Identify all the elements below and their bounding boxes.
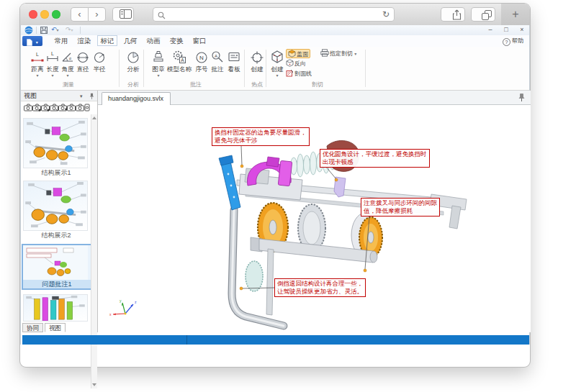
button-label: 反向 xyxy=(294,60,306,67)
length-button[interactable]: L 长度 ▾ xyxy=(45,48,60,78)
sidebar-icon xyxy=(120,9,132,19)
camera-icon-7[interactable] xyxy=(76,104,84,113)
view-thumbnail-3-selected[interactable]: 问题批注1 xyxy=(22,244,92,290)
view-thumbnail-2[interactable]: 结构展示2 xyxy=(23,181,89,240)
view-thumbnail-1[interactable]: 结构展示1 xyxy=(23,118,89,177)
camera-icon-2[interactable] xyxy=(32,104,41,113)
angle-button[interactable]: α 角度 ▾ xyxy=(60,48,76,78)
browser-window: ‹ › ↻ xyxy=(20,4,530,367)
bottom-tab-collaborate[interactable]: 协同 xyxy=(22,323,43,332)
pin-icon[interactable] xyxy=(518,94,525,102)
scroll-down-icon[interactable] xyxy=(92,383,96,386)
callout-4[interactable]: 倒挡退回结构设计再合理一些， 让驾驶员操纵更加省力、灵活。 xyxy=(274,278,366,297)
tab-biaoji[interactable]: 标记 xyxy=(97,35,117,46)
sequence-number-button[interactable]: N 序号 xyxy=(194,48,210,74)
camera-icon-6[interactable] xyxy=(67,104,76,113)
callout-3[interactable]: 注意拨叉与同步环间的间隙 值，降低摩擦损耗 xyxy=(361,198,440,216)
sequence-number-icon: N xyxy=(194,50,209,64)
camera-icon-1[interactable] xyxy=(24,104,32,113)
redo-button[interactable]: ↷▾ xyxy=(66,26,73,33)
refresh-button[interactable]: ↻ xyxy=(382,9,390,19)
cap-face-button[interactable]: 盖面 xyxy=(286,49,310,58)
reverse-icon xyxy=(286,59,294,67)
radius-button[interactable]: 半径 xyxy=(91,48,107,74)
undo-button[interactable]: ↶▾ xyxy=(51,26,59,33)
button-label: 半径 xyxy=(91,65,107,74)
callout-2[interactable]: 优化圆角设计，平缓过渡，避免换挡时 出现卡顿感 xyxy=(320,149,430,168)
address-input[interactable] xyxy=(168,9,379,22)
browser-chrome: ‹ › ↻ xyxy=(20,4,530,26)
undo-icon: ↶ xyxy=(51,26,57,33)
board-icon xyxy=(227,50,241,64)
annotate-button[interactable]: A 批注 xyxy=(210,48,225,74)
hotspot-icon xyxy=(250,50,264,64)
distance-button[interactable]: L 距离 ▾ xyxy=(30,48,45,78)
app-maximize-button[interactable]: □ xyxy=(500,25,512,34)
button-label: 分析 xyxy=(125,65,141,74)
camera-icon-8[interactable] xyxy=(84,104,93,113)
model-canvas[interactable]: 换挡杆固定器的边角要尽量圆滑， 避免与壳体干涉 优化圆角设计，平缓过渡，避免换挡… xyxy=(98,105,531,332)
diameter-button[interactable]: 直径 xyxy=(75,48,91,74)
sidebar-scrollbar[interactable] xyxy=(91,114,97,388)
sidebar-toggle-button[interactable] xyxy=(112,7,134,22)
section-line-icon xyxy=(286,69,294,77)
thumbnail-image xyxy=(23,118,88,168)
reverse-button[interactable]: 反向 xyxy=(286,59,306,68)
file-menu-button[interactable]: ▾ xyxy=(22,36,42,46)
zoom-traffic-light[interactable] xyxy=(52,10,60,19)
stamp-button[interactable]: 图章 ▾ xyxy=(150,48,166,78)
maximize-icon: □ xyxy=(504,26,508,33)
section-line-button[interactable]: 剖面线 xyxy=(286,69,312,78)
svg-text:A: A xyxy=(215,54,217,58)
camera-icon-4[interactable] xyxy=(50,104,58,113)
group-separator xyxy=(266,50,266,87)
board-button[interactable]: 看板 xyxy=(226,48,242,74)
tab-xuanran[interactable]: 渲染 xyxy=(74,35,94,46)
button-label: 批注 xyxy=(210,65,225,74)
caret-down-icon[interactable]: ▾ xyxy=(80,91,83,101)
tab-chuangkou[interactable]: 窗口 xyxy=(189,35,210,46)
callout-line: 优化圆角设计，平缓过渡，避免换挡时 xyxy=(323,150,427,158)
section-create-button[interactable]: 创建 ▾ xyxy=(269,48,285,78)
callout-line: 注意拨叉与同步环间的间隙 xyxy=(364,199,437,207)
document-tab[interactable]: huandangjigou.svlx xyxy=(102,92,171,105)
close-traffic-light[interactable] xyxy=(29,10,37,19)
new-tab-button[interactable]: + xyxy=(501,4,530,25)
save-icon[interactable] xyxy=(40,27,48,34)
app-minimize-button[interactable]: – xyxy=(485,25,496,34)
axis-y-label: y xyxy=(120,298,122,303)
hotspot-create-button[interactable]: 创建 xyxy=(249,48,265,74)
app-close-button[interactable]: × xyxy=(516,25,528,34)
tab-jihe[interactable]: 几何 xyxy=(120,35,140,46)
analysis-icon xyxy=(126,50,140,64)
show-tabs-button[interactable] xyxy=(471,7,495,22)
length-icon: L xyxy=(45,50,60,64)
button-label: 序号 xyxy=(194,65,210,74)
scroll-up-icon[interactable] xyxy=(92,117,96,119)
menu-row: ▾ 常用 渲染 标记 几何 动画 变换 窗口 ?帮助 xyxy=(21,35,529,47)
model-name-button[interactable]: A 模型名称 xyxy=(166,48,192,74)
callout-line: 出现卡顿感 xyxy=(323,158,427,166)
forward-button[interactable]: › xyxy=(88,7,106,22)
analysis-button[interactable]: 分析 xyxy=(125,48,141,74)
tab-donghua[interactable]: 动画 xyxy=(143,35,163,46)
radius-icon xyxy=(92,50,107,64)
back-button[interactable]: ‹ xyxy=(71,7,89,22)
share-button[interactable] xyxy=(441,7,465,22)
tab-changyong[interactable]: 常用 xyxy=(51,35,71,46)
pin-icon[interactable] xyxy=(89,93,94,100)
camera-icon-3[interactable] xyxy=(41,104,50,113)
specify-section-button[interactable]: 指定剖切 ▾ xyxy=(320,49,356,58)
thumbnail-image xyxy=(23,294,88,322)
tab-bianhuan[interactable]: 变换 xyxy=(166,35,186,46)
view-thumbnail-4[interactable] xyxy=(23,294,89,322)
thumbnail-label: 问题批注1 xyxy=(23,280,91,288)
plus-icon: + xyxy=(512,8,518,20)
camera-icon-5[interactable] xyxy=(58,104,67,113)
tabs-icon xyxy=(482,10,492,20)
bottom-tab-view[interactable]: 视图 xyxy=(45,323,66,332)
help-button[interactable]: ?帮助 xyxy=(503,36,523,45)
callout-1[interactable]: 换挡杆固定器的边角要尽量圆滑， 避免与壳体干涉 xyxy=(212,127,310,146)
minimize-traffic-light[interactable] xyxy=(40,10,49,19)
callout-line: 换挡杆固定器的边角要尽量圆滑， xyxy=(215,129,307,137)
